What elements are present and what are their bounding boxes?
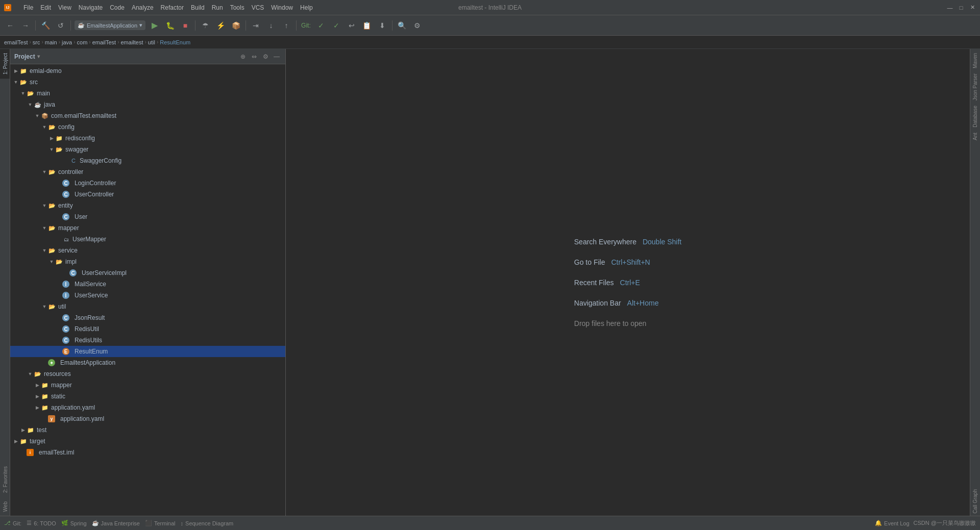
tree-item-entity[interactable]: ▼ 📂 entity <box>10 200 285 211</box>
tree-item-userservice[interactable]: I UserService <box>10 290 285 301</box>
right-panel-maven[interactable]: Maven <box>971 51 979 70</box>
tree-arrow-service[interactable]: ▼ <box>41 247 48 254</box>
tree-item-mapper-res[interactable]: ▶ 📁 mapper <box>10 380 285 391</box>
menu-code[interactable]: Code <box>107 3 128 12</box>
panel-title-chevron[interactable]: ▾ <box>37 54 40 59</box>
tree-item-util[interactable]: ▼ 📂 util <box>10 301 285 312</box>
tree-item-redisutil[interactable]: C RedisUtil <box>10 323 285 335</box>
git-stash-button[interactable]: 📋 <box>360 18 374 33</box>
tree-arrow-entity[interactable]: ▼ <box>41 202 48 209</box>
close-button[interactable]: ✕ <box>969 4 976 11</box>
panel-hide-button[interactable]: — <box>272 52 281 61</box>
tree-item-resources[interactable]: ▼ 📂 resources <box>10 368 285 380</box>
git-fetch-button[interactable]: ⬇ <box>375 18 389 33</box>
menu-help[interactable]: Help <box>297 3 316 12</box>
event-log-item[interactable]: 🔔 Event Log <box>875 520 910 526</box>
tree-item-static[interactable]: ▶ 📁 static <box>10 391 285 402</box>
java-enterprise-status-item[interactable]: ☕ Java Enterprise <box>92 520 140 526</box>
tree-item-test[interactable]: ▶ 📁 test <box>10 424 285 436</box>
menu-build[interactable]: Build <box>188 3 208 12</box>
menu-edit[interactable]: Edit <box>37 3 54 12</box>
git-undo-button[interactable]: ↩ <box>345 18 359 33</box>
tree-arrow-test[interactable]: ▶ <box>19 426 27 434</box>
debug-button[interactable]: 🐛 <box>163 18 177 33</box>
right-panel-json-parser[interactable]: Json Parser <box>971 71 979 103</box>
tree-item-target[interactable]: ▶ 📁 target <box>10 436 285 447</box>
tree-item-templates[interactable]: ▶ 📁 application.yaml <box>10 402 285 413</box>
tree-arrow-impl[interactable]: ▼ <box>48 258 55 265</box>
tab-favorites[interactable]: 2: Favorites <box>0 462 10 497</box>
breadcrumb-src[interactable]: src <box>33 39 40 45</box>
tree-arrow-static[interactable]: ▶ <box>34 393 41 400</box>
sync-button[interactable]: ↺ <box>54 18 68 33</box>
tree-item-emailtest-iml[interactable]: i emailTest.iml <box>10 447 285 458</box>
right-panel-ant[interactable]: Ant <box>971 131 979 142</box>
terminal-status-item[interactable]: ⬛ Terminal <box>145 520 176 526</box>
panel-settings-button[interactable]: ⚙ <box>261 52 270 61</box>
step-over-button[interactable]: ⇥ <box>249 18 263 33</box>
search-everywhere-shortcut[interactable]: Double Shift <box>643 238 681 246</box>
recent-files-shortcut[interactable]: Ctrl+E <box>620 279 640 287</box>
tree-arrow-target[interactable]: ▶ <box>12 438 19 445</box>
menu-navigate[interactable]: Navigate <box>76 3 106 12</box>
tree-item-jsonresult[interactable]: C JsonResult <box>10 312 285 323</box>
tree-item-package[interactable]: ▼ 📦 com.emailTest.emailtest <box>10 110 285 121</box>
coverage-button[interactable]: ☂ <box>198 18 212 33</box>
menu-run[interactable]: Run <box>209 3 226 12</box>
tree-arrow-swagger[interactable]: ▼ <box>48 146 55 153</box>
tree-arrow-mapper[interactable]: ▼ <box>41 224 48 232</box>
go-to-file-shortcut[interactable]: Ctrl+Shift+N <box>611 258 650 266</box>
tree-item-impl[interactable]: ▼ 📂 impl <box>10 256 285 267</box>
git-status-item[interactable]: ⎇ Git: <box>4 520 21 526</box>
spring-status-item[interactable]: 🌿 Spring <box>61 520 87 526</box>
tree-arrow-emial-demo[interactable]: ▶ <box>12 67 19 74</box>
forward-button[interactable]: → <box>18 18 33 33</box>
back-button[interactable]: ← <box>3 18 17 33</box>
tree-item-usermapper[interactable]: 🗂 UserMapper <box>10 234 285 245</box>
tree-item-src[interactable]: ▼ 📂 src <box>10 77 285 88</box>
tab-project[interactable]: 1: Project <box>0 49 10 79</box>
tree-item-resultenum[interactable]: E ResultEnum <box>10 346 285 357</box>
tree-arrow-config[interactable]: ▼ <box>41 123 48 131</box>
tree-item-controller[interactable]: ▼ 📂 controller <box>10 166 285 178</box>
tree-item-swagger[interactable]: ▼ 📂 swagger <box>10 144 285 155</box>
tree-item-mailservice[interactable]: I MailService <box>10 279 285 290</box>
tab-web[interactable]: Web <box>0 497 10 516</box>
breadcrumb-java[interactable]: java <box>62 39 72 45</box>
menu-file[interactable]: File <box>20 3 36 12</box>
menu-refactor[interactable]: Refactor <box>158 3 187 12</box>
right-panel-database[interactable]: Database <box>971 104 979 130</box>
navigation-bar-shortcut[interactable]: Alt+Home <box>627 299 659 307</box>
breadcrumb-emailtest[interactable]: emailTest <box>4 39 28 45</box>
stop-button[interactable]: ■ <box>178 18 192 33</box>
tree-arrow-src[interactable]: ▼ <box>12 79 19 86</box>
tree-arrow-resources[interactable]: ▼ <box>27 370 34 377</box>
run-config-dropdown[interactable]: ☕ EmailtestApplication ▾ <box>75 20 145 30</box>
tree-item-emailtestapplication[interactable]: ✦ EmailtestApplication <box>10 357 285 368</box>
tree-item-logincontroller[interactable]: C LoginController <box>10 178 285 189</box>
tree-item-mapper[interactable]: ▼ 📂 mapper <box>10 222 285 234</box>
git-check-1[interactable]: ✓ <box>314 18 328 33</box>
build-artifacts-button[interactable]: 📦 <box>229 18 243 33</box>
tree-arrow-java[interactable]: ▼ <box>27 101 34 108</box>
tree-arrow-mapper-res[interactable]: ▶ <box>34 382 41 389</box>
tree-item-java[interactable]: ▼ ☕ java <box>10 99 285 110</box>
breadcrumb-util[interactable]: util <box>148 39 155 45</box>
run-button[interactable]: ▶ <box>148 18 162 33</box>
tree-item-user[interactable]: C User <box>10 211 285 222</box>
git-check-2[interactable]: ✓ <box>329 18 344 33</box>
tree-arrow-util[interactable]: ▼ <box>41 303 48 310</box>
build-project-button[interactable]: 🔨 <box>38 18 53 33</box>
tree-item-config[interactable]: ▼ 📂 config <box>10 121 285 133</box>
todo-status-item[interactable]: ☰ 6: TODO <box>27 520 56 526</box>
tree-item-application-yaml[interactable]: y application.yaml <box>10 413 285 424</box>
collapse-all-button[interactable]: ⇔ <box>250 52 259 61</box>
tree-item-usercontroller[interactable]: C UserController <box>10 189 285 200</box>
settings-button[interactable]: ⚙ <box>410 18 425 33</box>
tree-item-redisutils[interactable]: C RedisUtils <box>10 335 285 346</box>
search-button[interactable]: 🔍 <box>395 18 409 33</box>
maximize-button[interactable]: □ <box>958 4 965 11</box>
right-panel-call-graph[interactable]: Call Graph <box>971 487 979 516</box>
tree-item-emial-demo[interactable]: ▶ 📁 emial-demo <box>10 65 285 77</box>
tree-item-swaggerconfig[interactable]: C SwaggerConfig <box>10 155 285 166</box>
